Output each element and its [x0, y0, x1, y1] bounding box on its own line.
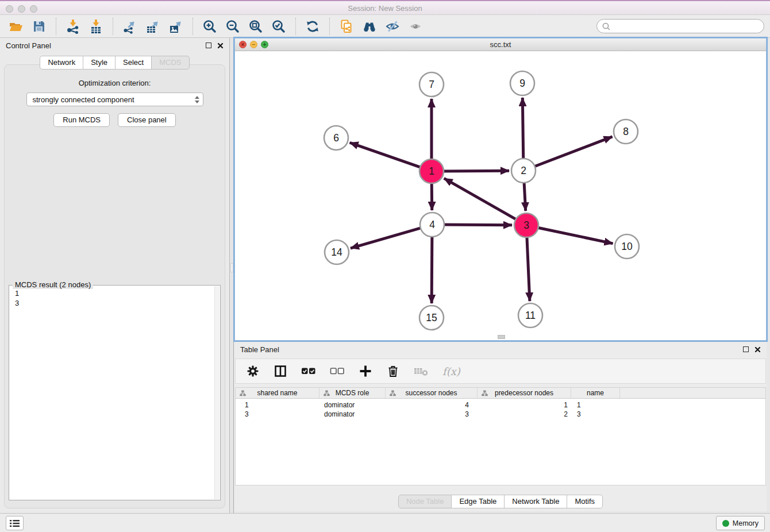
node-9[interactable]: 9 [510, 71, 534, 95]
panel-splitter[interactable] [230, 38, 234, 513]
zoom-out-button[interactable] [221, 17, 244, 36]
tab-node-table[interactable]: Node Table [398, 495, 452, 508]
edge-3-10[interactable] [537, 228, 613, 244]
tab-motifs[interactable]: Motifs [567, 495, 603, 508]
column-selector-button[interactable] [274, 364, 287, 378]
table-cell: dominator [319, 401, 386, 409]
node-14[interactable]: 14 [325, 240, 349, 264]
table-row[interactable]: 3dominator323 [236, 410, 765, 419]
refresh-network-icon [305, 19, 320, 34]
node-7[interactable]: 7 [419, 72, 444, 97]
svg-text:11: 11 [525, 310, 536, 321]
tab-mcds[interactable]: MCDS [152, 56, 189, 70]
node-6[interactable]: 6 [324, 126, 348, 150]
svg-text:1: 1 [429, 165, 434, 177]
float-table-panel-icon[interactable] [743, 346, 749, 352]
open-session-button[interactable] [5, 17, 28, 36]
close-panel-icon[interactable] [217, 43, 224, 49]
save-session-icon [32, 19, 47, 34]
import-table-button[interactable] [84, 17, 107, 36]
node-8[interactable]: 8 [614, 119, 638, 144]
criterion-value: strongly connected component [33, 95, 134, 104]
zoom-selected-button[interactable] [267, 17, 290, 36]
search-field[interactable] [596, 19, 764, 33]
column-header-predecessor-nodes[interactable]: predecessor nodes [478, 388, 571, 398]
tab-network-table[interactable]: Network Table [505, 495, 567, 508]
tab-network[interactable]: Network [40, 56, 83, 70]
zoom-out-icon [225, 19, 240, 34]
node-10[interactable]: 10 [615, 234, 639, 259]
column-header-shared-name[interactable]: shared name [236, 388, 319, 398]
network-close-button[interactable]: × [239, 41, 247, 48]
import-network-button[interactable] [61, 17, 84, 36]
column-header-successor-nodes[interactable]: successor nodes [386, 388, 478, 398]
network-window-titlebar[interactable]: × − + scc.txt [235, 38, 766, 51]
function-builder-button: f(x) [442, 364, 460, 378]
edge-3-11[interactable] [527, 236, 530, 301]
first-neighbors-button[interactable] [358, 17, 381, 36]
table-options-button[interactable] [246, 364, 260, 378]
table-toolbar: f(x) [235, 358, 766, 384]
table-row[interactable]: 1dominator411 [236, 400, 765, 410]
export-image-button[interactable] [164, 17, 187, 36]
network-canvas[interactable]: 7968124314101511 [235, 51, 766, 340]
node-15[interactable]: 15 [419, 306, 444, 330]
memory-button[interactable]: Memory [716, 516, 765, 530]
edge-2-8[interactable] [534, 137, 613, 167]
edge-4-15[interactable] [432, 236, 432, 303]
refresh-network-button[interactable] [301, 17, 324, 36]
edge-1-2[interactable] [442, 171, 509, 171]
run-mcds-button[interactable]: Run MCDS [53, 113, 110, 127]
float-panel-icon[interactable] [206, 43, 211, 48]
edge-2-3[interactable] [524, 182, 526, 211]
select-all-button[interactable] [301, 364, 316, 378]
criterion-select[interactable]: strongly connected component [26, 92, 203, 106]
edge-1-6[interactable] [350, 142, 421, 167]
svg-text:4: 4 [429, 219, 435, 230]
network-maximize-button[interactable]: + [261, 41, 268, 48]
tab-select[interactable]: Select [116, 56, 152, 70]
edge-2-9[interactable] [522, 98, 523, 160]
control-panel-title: Control Panel [6, 41, 51, 50]
result-scrollbar[interactable] [214, 286, 220, 499]
tab-edge-table[interactable]: Edge Table [452, 495, 505, 508]
splitter-grip[interactable] [230, 263, 233, 272]
export-table-button[interactable] [141, 17, 164, 36]
svg-text:7: 7 [429, 79, 434, 90]
node-4[interactable]: 4 [420, 213, 444, 237]
mcds-result-box: MCDS result (2 nodes) 1 3 [9, 285, 221, 500]
delete-column-button[interactable] [386, 364, 400, 378]
tab-style[interactable]: Style [83, 56, 116, 70]
edge-3-1[interactable] [444, 178, 517, 219]
task-history-button[interactable] [6, 516, 24, 530]
show-all-button[interactable] [404, 17, 427, 36]
close-panel-button[interactable]: Close panel [118, 113, 176, 127]
save-session-button[interactable] [28, 17, 51, 36]
edge-1-4[interactable] [432, 182, 432, 210]
column-header-name[interactable]: name [571, 388, 620, 398]
edge-4-3[interactable] [443, 225, 512, 225]
search-input[interactable] [611, 21, 759, 31]
svg-text:10: 10 [621, 241, 633, 252]
node-2[interactable]: 2 [511, 159, 536, 183]
import-network-icon [66, 19, 80, 34]
zoom-in-button[interactable] [198, 17, 221, 36]
node-3[interactable]: 3 [514, 213, 538, 237]
edge-4-14[interactable] [351, 228, 422, 248]
toolbar-separator [295, 18, 296, 35]
frame-resize-handle[interactable] [498, 335, 505, 339]
toolbar-separator [329, 18, 330, 35]
table-tabs: Node TableEdge TableNetwork TableMotifs [398, 495, 603, 508]
add-column-button[interactable] [359, 364, 372, 378]
deselect-all-button[interactable] [330, 364, 345, 378]
table-cell: 3 [236, 410, 319, 418]
node-1[interactable]: 1 [419, 159, 444, 183]
hide-selected-button[interactable] [381, 17, 404, 36]
copy-network-button[interactable] [335, 17, 358, 36]
close-table-panel-icon[interactable] [754, 346, 761, 353]
network-minimize-button[interactable]: − [250, 41, 257, 48]
export-network-button[interactable] [118, 17, 141, 36]
column-header-MCDS-role[interactable]: MCDS role [319, 388, 386, 398]
zoom-fit-content-button[interactable] [244, 17, 267, 36]
node-11[interactable]: 11 [518, 303, 542, 327]
